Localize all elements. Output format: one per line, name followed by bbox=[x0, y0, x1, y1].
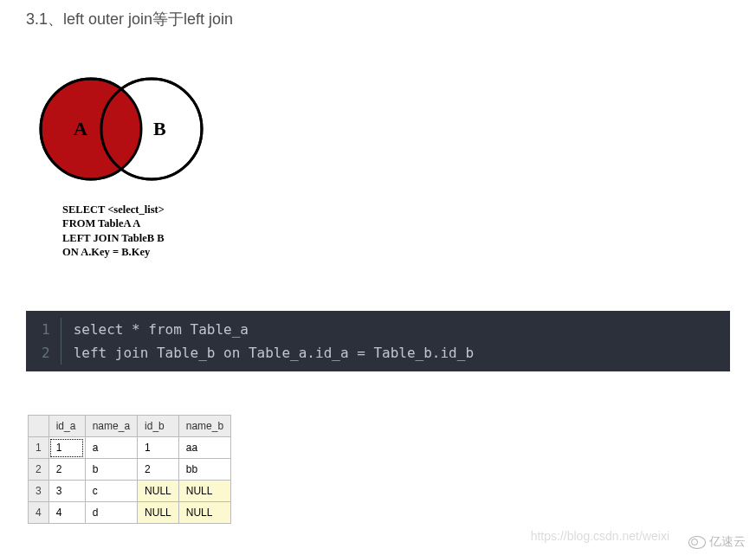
venn-sql-line: SELECT <select_list> bbox=[62, 203, 730, 216]
table-header-cell: id_b bbox=[138, 416, 179, 437]
code-line: left join Table_b on Table_a.id_a = Tabl… bbox=[74, 341, 474, 365]
table-row: 33cNULLNULL bbox=[29, 481, 231, 502]
table-cell: NULL bbox=[138, 481, 179, 502]
table-cell: d bbox=[85, 502, 137, 524]
code-lines: select * from Table_a left join Table_b … bbox=[61, 318, 486, 365]
cloud-icon bbox=[688, 536, 706, 549]
table-row: 44dNULLNULL bbox=[29, 502, 231, 524]
table-cell: 3 bbox=[48, 481, 85, 502]
result-table: id_a name_a id_b name_b 11a1aa22b2bb33cN… bbox=[28, 415, 231, 524]
table-cell: c bbox=[85, 481, 137, 502]
venn-diagram: A B bbox=[22, 64, 730, 197]
table-cell: aa bbox=[178, 437, 230, 459]
line-number: 2 bbox=[42, 341, 50, 365]
table-header-cell bbox=[29, 416, 49, 437]
table-row: 11a1aa bbox=[29, 437, 231, 459]
table-header-row: id_a name_a id_b name_b bbox=[29, 416, 231, 437]
table-cell: 4 bbox=[48, 502, 85, 524]
section-heading: 3.1、left outer join等于left join bbox=[26, 9, 730, 29]
watermark-text: https://blog.csdn.net/weixi bbox=[531, 529, 669, 543]
table-row: 22b2bb bbox=[29, 459, 231, 481]
table-header-cell: name_b bbox=[178, 416, 230, 437]
table-cell: NULL bbox=[178, 481, 230, 502]
table-cell: bb bbox=[178, 459, 230, 481]
brand-badge: 亿速云 bbox=[688, 534, 746, 550]
venn-sql-line: LEFT JOIN TableB B bbox=[62, 231, 730, 245]
table-cell: 3 bbox=[29, 481, 49, 502]
code-line-numbers: 1 2 bbox=[26, 318, 61, 365]
table-cell: 1 bbox=[29, 437, 49, 459]
code-line: select * from Table_a bbox=[74, 318, 474, 341]
table-cell: NULL bbox=[178, 502, 230, 524]
venn-sql-text: SELECT <select_list> FROM TableA A LEFT … bbox=[62, 203, 730, 259]
venn-sql-line: ON A.Key = B.Key bbox=[62, 245, 730, 259]
table-cell: 2 bbox=[138, 459, 179, 481]
table-cell: 2 bbox=[29, 459, 49, 481]
table-cell: b bbox=[85, 459, 137, 481]
table-cell: a bbox=[85, 437, 137, 459]
table-cell: 4 bbox=[29, 502, 49, 524]
table-cell: 1 bbox=[48, 437, 85, 459]
venn-label-a: A bbox=[74, 118, 87, 139]
venn-sql-line: FROM TableA A bbox=[62, 216, 730, 230]
table-cell: 2 bbox=[48, 459, 85, 481]
venn-label-b: B bbox=[153, 118, 166, 139]
table-header-cell: name_a bbox=[85, 416, 137, 437]
table-cell: 1 bbox=[138, 437, 179, 459]
brand-text: 亿速云 bbox=[709, 534, 746, 550]
table-header-cell: id_a bbox=[48, 416, 85, 437]
code-block: 1 2 select * from Table_a left join Tabl… bbox=[26, 311, 730, 371]
table-cell: NULL bbox=[138, 502, 179, 524]
line-number: 1 bbox=[42, 318, 50, 341]
